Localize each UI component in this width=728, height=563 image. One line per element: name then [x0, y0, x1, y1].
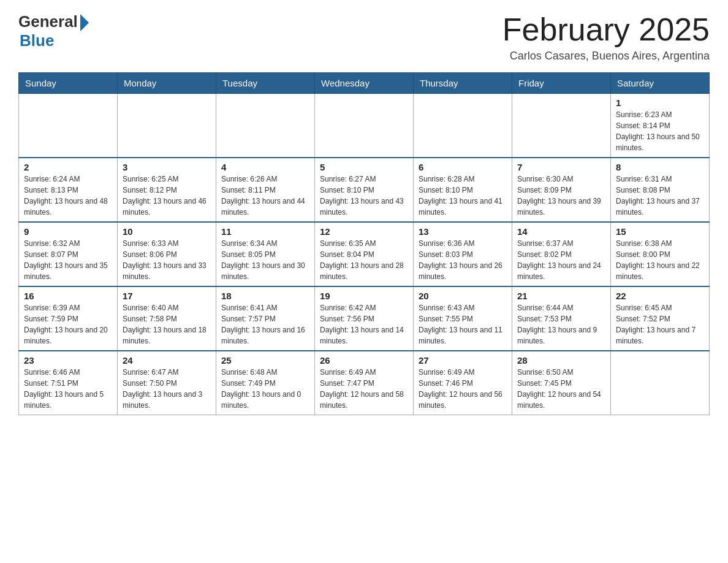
calendar-cell: 4Sunrise: 6:26 AMSunset: 8:11 PMDaylight… — [216, 158, 315, 222]
day-number: 21 — [517, 291, 605, 301]
day-number: 10 — [123, 226, 211, 237]
location-subtitle: Carlos Casares, Buenos Aires, Argentina — [502, 50, 710, 63]
logo-general-text: General — [18, 12, 78, 31]
calendar-table: SundayMondayTuesdayWednesdayThursdayFrid… — [18, 72, 710, 415]
calendar-cell: 26Sunrise: 6:49 AMSunset: 7:47 PMDayligh… — [315, 351, 414, 415]
day-number: 9 — [24, 226, 112, 237]
day-number: 25 — [221, 355, 309, 366]
day-info: Sunrise: 6:50 AMSunset: 7:45 PMDaylight:… — [517, 367, 605, 411]
weekday-header-tuesday: Tuesday — [216, 73, 315, 94]
calendar-cell — [118, 94, 216, 158]
month-title: February 2025 — [502, 12, 710, 47]
day-number: 5 — [320, 162, 408, 172]
day-number: 28 — [517, 355, 605, 366]
day-number: 12 — [320, 226, 408, 237]
day-number: 17 — [123, 291, 211, 301]
calendar-cell: 2Sunrise: 6:24 AMSunset: 8:13 PMDaylight… — [19, 158, 118, 222]
calendar-cell: 6Sunrise: 6:28 AMSunset: 8:10 PMDaylight… — [414, 158, 512, 222]
day-info: Sunrise: 6:41 AMSunset: 7:57 PMDaylight:… — [221, 302, 309, 347]
day-info: Sunrise: 6:49 AMSunset: 7:46 PMDaylight:… — [419, 367, 507, 411]
calendar-cell: 15Sunrise: 6:38 AMSunset: 8:00 PMDayligh… — [611, 222, 710, 286]
weekday-header-sunday: Sunday — [19, 73, 118, 94]
day-info: Sunrise: 6:24 AMSunset: 8:13 PMDaylight:… — [24, 174, 112, 218]
day-info: Sunrise: 6:37 AMSunset: 8:02 PMDaylight:… — [517, 238, 605, 282]
day-number: 11 — [221, 226, 309, 237]
day-info: Sunrise: 6:28 AMSunset: 8:10 PMDaylight:… — [419, 174, 507, 218]
calendar-cell: 27Sunrise: 6:49 AMSunset: 7:46 PMDayligh… — [414, 351, 512, 415]
day-info: Sunrise: 6:32 AMSunset: 8:07 PMDaylight:… — [24, 238, 112, 282]
day-number: 15 — [616, 226, 704, 237]
calendar-cell: 23Sunrise: 6:46 AMSunset: 7:51 PMDayligh… — [19, 351, 118, 415]
day-number: 7 — [517, 162, 605, 172]
day-info: Sunrise: 6:47 AMSunset: 7:50 PMDaylight:… — [123, 367, 211, 411]
day-info: Sunrise: 6:42 AMSunset: 7:56 PMDaylight:… — [320, 302, 408, 347]
week-row-5: 23Sunrise: 6:46 AMSunset: 7:51 PMDayligh… — [19, 351, 710, 415]
calendar-cell: 28Sunrise: 6:50 AMSunset: 7:45 PMDayligh… — [512, 351, 611, 415]
day-info: Sunrise: 6:35 AMSunset: 8:04 PMDaylight:… — [320, 238, 408, 282]
day-info: Sunrise: 6:30 AMSunset: 8:09 PMDaylight:… — [517, 174, 605, 218]
header: General Blue February 2025 Carlos Casare… — [18, 12, 710, 63]
calendar-cell: 12Sunrise: 6:35 AMSunset: 8:04 PMDayligh… — [315, 222, 414, 286]
day-number: 19 — [320, 291, 408, 301]
calendar-cell: 7Sunrise: 6:30 AMSunset: 8:09 PMDaylight… — [512, 158, 611, 222]
day-info: Sunrise: 6:40 AMSunset: 7:58 PMDaylight:… — [123, 302, 211, 347]
weekday-header-monday: Monday — [118, 73, 216, 94]
title-area: February 2025 Carlos Casares, Buenos Air… — [502, 12, 710, 63]
day-number: 14 — [517, 226, 605, 237]
calendar-cell: 18Sunrise: 6:41 AMSunset: 7:57 PMDayligh… — [216, 286, 315, 351]
calendar-cell: 16Sunrise: 6:39 AMSunset: 7:59 PMDayligh… — [19, 286, 118, 351]
week-row-4: 16Sunrise: 6:39 AMSunset: 7:59 PMDayligh… — [19, 286, 710, 351]
weekday-header-thursday: Thursday — [414, 73, 512, 94]
day-number: 4 — [221, 162, 309, 172]
day-info: Sunrise: 6:45 AMSunset: 7:52 PMDaylight:… — [616, 302, 704, 347]
day-info: Sunrise: 6:43 AMSunset: 7:55 PMDaylight:… — [419, 302, 507, 347]
day-info: Sunrise: 6:39 AMSunset: 7:59 PMDaylight:… — [24, 302, 112, 347]
day-info: Sunrise: 6:33 AMSunset: 8:06 PMDaylight:… — [123, 238, 211, 282]
day-info: Sunrise: 6:38 AMSunset: 8:00 PMDaylight:… — [616, 238, 704, 282]
calendar-cell: 21Sunrise: 6:44 AMSunset: 7:53 PMDayligh… — [512, 286, 611, 351]
calendar-cell: 14Sunrise: 6:37 AMSunset: 8:02 PMDayligh… — [512, 222, 611, 286]
calendar-cell: 19Sunrise: 6:42 AMSunset: 7:56 PMDayligh… — [315, 286, 414, 351]
calendar-cell: 20Sunrise: 6:43 AMSunset: 7:55 PMDayligh… — [414, 286, 512, 351]
week-row-3: 9Sunrise: 6:32 AMSunset: 8:07 PMDaylight… — [19, 222, 710, 286]
calendar-cell: 8Sunrise: 6:31 AMSunset: 8:08 PMDaylight… — [611, 158, 710, 222]
week-row-1: 1Sunrise: 6:23 AMSunset: 8:14 PMDaylight… — [19, 94, 710, 158]
calendar-cell: 1Sunrise: 6:23 AMSunset: 8:14 PMDaylight… — [611, 94, 710, 158]
calendar-cell — [315, 94, 414, 158]
day-number: 18 — [221, 291, 309, 301]
day-info: Sunrise: 6:23 AMSunset: 8:14 PMDaylight:… — [616, 109, 704, 153]
day-info: Sunrise: 6:25 AMSunset: 8:12 PMDaylight:… — [123, 174, 211, 218]
calendar-cell: 3Sunrise: 6:25 AMSunset: 8:12 PMDaylight… — [118, 158, 216, 222]
day-number: 27 — [419, 355, 507, 366]
calendar-cell — [216, 94, 315, 158]
day-number: 24 — [123, 355, 211, 366]
weekday-header-wednesday: Wednesday — [315, 73, 414, 94]
day-number: 6 — [419, 162, 507, 172]
day-info: Sunrise: 6:26 AMSunset: 8:11 PMDaylight:… — [221, 174, 309, 218]
calendar-cell: 17Sunrise: 6:40 AMSunset: 7:58 PMDayligh… — [118, 286, 216, 351]
day-number: 2 — [24, 162, 112, 172]
logo-triangle-icon — [80, 14, 89, 31]
calendar-cell — [414, 94, 512, 158]
weekday-header-row: SundayMondayTuesdayWednesdayThursdayFrid… — [19, 73, 710, 94]
logo: General Blue — [18, 12, 89, 50]
day-info: Sunrise: 6:34 AMSunset: 8:05 PMDaylight:… — [221, 238, 309, 282]
weekday-header-saturday: Saturday — [611, 73, 710, 94]
calendar-cell: 24Sunrise: 6:47 AMSunset: 7:50 PMDayligh… — [118, 351, 216, 415]
day-info: Sunrise: 6:46 AMSunset: 7:51 PMDaylight:… — [24, 367, 112, 411]
day-info: Sunrise: 6:48 AMSunset: 7:49 PMDaylight:… — [221, 367, 309, 411]
calendar-cell — [19, 94, 118, 158]
calendar-cell: 22Sunrise: 6:45 AMSunset: 7:52 PMDayligh… — [611, 286, 710, 351]
logo-blue-text: Blue — [20, 31, 54, 50]
weekday-header-friday: Friday — [512, 73, 611, 94]
day-number: 20 — [419, 291, 507, 301]
calendar-cell: 11Sunrise: 6:34 AMSunset: 8:05 PMDayligh… — [216, 222, 315, 286]
day-number: 26 — [320, 355, 408, 366]
calendar-cell: 9Sunrise: 6:32 AMSunset: 8:07 PMDaylight… — [19, 222, 118, 286]
calendar-cell: 25Sunrise: 6:48 AMSunset: 7:49 PMDayligh… — [216, 351, 315, 415]
day-number: 16 — [24, 291, 112, 301]
calendar-cell: 10Sunrise: 6:33 AMSunset: 8:06 PMDayligh… — [118, 222, 216, 286]
day-number: 23 — [24, 355, 112, 366]
calendar-cell — [512, 94, 611, 158]
day-info: Sunrise: 6:27 AMSunset: 8:10 PMDaylight:… — [320, 174, 408, 218]
